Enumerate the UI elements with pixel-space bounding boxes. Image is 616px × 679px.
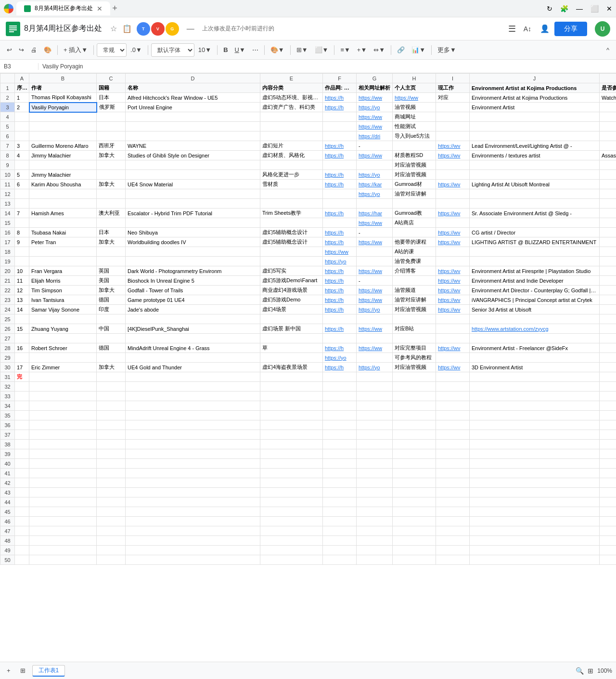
empty-cell[interactable] — [470, 469, 600, 478]
cell[interactable] — [15, 199, 29, 209]
cell[interactable] — [15, 218, 29, 228]
empty-cell[interactable] — [323, 430, 357, 440]
empty-cell[interactable] — [97, 440, 126, 449]
cell[interactable]: https://h — [323, 295, 357, 305]
empty-cell[interactable] — [357, 536, 393, 546]
cell[interactable]: 中国 — [97, 324, 126, 334]
col-header-E[interactable]: E — [260, 74, 323, 83]
cell[interactable]: iVANGRAPHICS | Principal Concept artist … — [470, 295, 600, 305]
cell[interactable]: [4K]DieselPunk_Shanghai — [126, 324, 260, 334]
cell[interactable]: https://h — [323, 286, 357, 295]
cell[interactable]: https://h — [323, 237, 357, 247]
empty-cell[interactable] — [600, 478, 616, 488]
cell[interactable]: Peter Tran — [29, 237, 97, 247]
empty-cell[interactable] — [600, 430, 616, 440]
empty-cell[interactable] — [600, 497, 616, 507]
cell[interactable] — [15, 353, 29, 363]
cell[interactable]: 对应油管视频 — [393, 170, 436, 180]
empty-cell[interactable] — [97, 459, 126, 469]
cell[interactable]: 加拿大 — [97, 363, 126, 372]
empty-cell[interactable] — [323, 555, 357, 565]
cell[interactable]: 印度 — [97, 305, 126, 314]
col-header-F[interactable]: F — [323, 74, 357, 83]
empty-cell[interactable] — [126, 401, 260, 411]
empty-cell[interactable] — [470, 449, 600, 459]
cell[interactable]: https://ww — [393, 93, 436, 103]
empty-cell[interactable] — [323, 411, 357, 420]
cell[interactable]: https://wv — [436, 180, 470, 189]
cell[interactable] — [15, 257, 29, 266]
cell[interactable]: https://yo — [357, 305, 393, 314]
empty-cell[interactable] — [126, 497, 260, 507]
cell[interactable] — [600, 141, 616, 151]
cell[interactable]: 澳大利亚 — [97, 209, 126, 218]
cell[interactable] — [393, 199, 436, 209]
cell[interactable] — [436, 199, 470, 209]
empty-cell[interactable] — [97, 546, 126, 555]
cell[interactable] — [260, 314, 323, 324]
more-tools-button[interactable]: 更多▼ — [435, 43, 459, 57]
empty-cell[interactable] — [393, 440, 436, 449]
format-dropdown[interactable]: 常规 — [97, 43, 127, 57]
cell[interactable]: Dark World - Photogrammetry Environm — [126, 266, 260, 276]
cell[interactable]: 17 — [15, 363, 29, 372]
empty-cell[interactable] — [436, 401, 470, 411]
empty-cell[interactable] — [126, 440, 260, 449]
cell[interactable]: Zhuang Yuyang — [29, 324, 97, 334]
cell[interactable]: 5 — [15, 170, 29, 180]
cell[interactable] — [436, 372, 470, 382]
empty-cell[interactable] — [357, 469, 393, 478]
empty-cell[interactable] — [393, 517, 436, 526]
cell[interactable] — [600, 189, 616, 199]
cell[interactable]: Game prototype 01 UE4 — [126, 295, 260, 305]
cell[interactable] — [600, 372, 616, 382]
cell[interactable]: https://h — [323, 141, 357, 151]
share-button[interactable]: 分享 — [554, 22, 587, 36]
cell[interactable] — [436, 170, 470, 180]
cell[interactable] — [393, 334, 436, 343]
user-avatar[interactable]: U — [595, 21, 610, 37]
empty-cell[interactable] — [470, 440, 600, 449]
empty-cell[interactable] — [97, 555, 126, 565]
cell[interactable]: https://dri — [357, 131, 393, 141]
empty-cell[interactable] — [600, 546, 616, 555]
cell[interactable]: Fran Vergara — [29, 266, 97, 276]
maximize-button[interactable]: ⬜ — [590, 5, 599, 13]
header-cell-F[interactable]: 作品网: 相关网址 — [323, 83, 357, 93]
cell[interactable] — [600, 112, 616, 122]
col-header-J[interactable]: J — [470, 74, 600, 83]
empty-cell[interactable] — [15, 488, 29, 497]
cell[interactable]: Bioshock In Unreal Engine 5 — [126, 276, 260, 286]
empty-cell[interactable] — [357, 420, 393, 430]
empty-cell[interactable] — [323, 546, 357, 555]
empty-cell[interactable] — [15, 546, 29, 555]
cell[interactable] — [29, 218, 97, 228]
empty-cell[interactable] — [470, 507, 600, 517]
cell[interactable] — [600, 343, 616, 353]
cell[interactable]: https://wv — [436, 266, 470, 276]
cell[interactable]: https://h — [323, 266, 357, 276]
cell[interactable] — [126, 218, 260, 228]
cell[interactable]: Escalator - Hybrid Trim PDF Tutorial — [126, 209, 260, 218]
cell[interactable] — [470, 334, 600, 343]
empty-cell[interactable] — [126, 459, 260, 469]
empty-cell[interactable] — [126, 382, 260, 392]
empty-cell[interactable] — [470, 517, 600, 526]
cell[interactable] — [260, 372, 323, 382]
cell[interactable] — [470, 189, 600, 199]
cell[interactable] — [15, 160, 29, 170]
font-size-button[interactable]: 10▼ — [195, 43, 214, 57]
cell[interactable]: https://ww — [357, 266, 393, 276]
cell[interactable]: https://wv — [436, 237, 470, 247]
cell[interactable]: Environment Artist at Firesprite | Plays… — [470, 266, 600, 276]
empty-cell[interactable] — [470, 497, 600, 507]
empty-cell[interactable] — [436, 546, 470, 555]
cell[interactable] — [29, 353, 97, 363]
cell[interactable]: Jade's abode — [126, 305, 260, 314]
cell[interactable]: Worldbuilding doodles IV — [126, 237, 260, 247]
cell[interactable]: 俄罗斯 — [97, 103, 126, 112]
empty-cell[interactable] — [436, 507, 470, 517]
header-cell-B[interactable]: 作者 — [29, 83, 97, 93]
col-header-B[interactable]: B — [29, 74, 97, 83]
cell[interactable]: https://ww — [357, 93, 393, 103]
